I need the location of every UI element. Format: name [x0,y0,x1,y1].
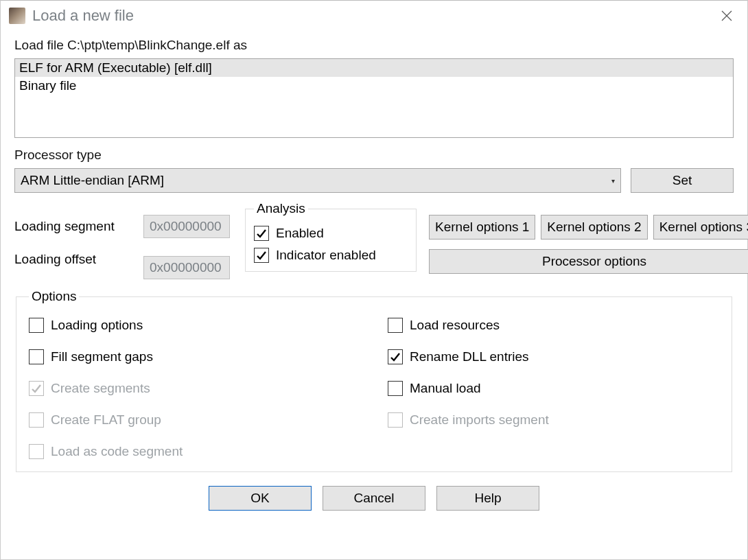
option-label: Create segments [51,381,150,396]
loading-segment-label: Loading segment [14,219,131,234]
file-type-list[interactable]: ELF for ARM (Executable) [elf.dll] Binar… [14,58,734,138]
option-row: Load as code segment [29,444,360,459]
dialog-buttons: OK Cancel Help [14,486,734,511]
content: Load file C:\ptp\temp\BlinkChange.elf as… [1,31,747,559]
processor-type-value: ARM Little-endian [ARM] [21,173,164,188]
option-row: Create segments [29,381,360,396]
loading-segment-input[interactable] [143,215,230,238]
checkbox-icon [388,318,403,333]
option-row: Create FLAT group [29,412,360,428]
option-label: Load resources [410,318,500,333]
chevron-down-icon: ▾ [611,177,615,185]
kernel-options-2-button[interactable]: Kernel options 2 [541,215,647,240]
close-button[interactable] [712,1,742,31]
checkbox-icon [29,349,44,364]
close-icon [721,10,733,22]
option-row[interactable]: Rename DLL entries [388,349,719,364]
app-icon [9,8,25,24]
checkbox-icon [29,412,44,428]
checkbox-icon [29,318,44,333]
option-label: Load as code segment [51,444,183,459]
option-label: Rename DLL entries [410,349,529,364]
checkbox-icon [388,412,403,428]
file-type-item[interactable]: Binary file [15,77,733,95]
analysis-legend: Analysis [254,201,308,216]
set-button[interactable]: Set [631,168,734,193]
ok-button[interactable]: OK [209,486,312,511]
analysis-enabled-row[interactable]: Enabled [254,226,408,241]
loading-offset-label: Loading offset [14,252,131,267]
cancel-button[interactable]: Cancel [323,486,425,511]
analysis-enabled-label: Enabled [276,226,324,241]
option-row: Create imports segment [388,412,719,428]
option-label: Manual load [410,381,481,396]
processor-options-button[interactable]: Processor options [429,249,748,274]
checkbox-icon [388,381,403,396]
option-label: Create imports segment [410,412,549,428]
option-label: Fill segment gaps [51,349,153,364]
checkbox-icon [254,248,269,263]
checkbox-icon [29,444,44,459]
processor-type-combo[interactable]: ARM Little-endian [ARM] ▾ [14,168,621,193]
kernel-options-1-button[interactable]: Kernel options 1 [429,215,535,240]
checkbox-icon [254,226,269,241]
kernel-options-3-button[interactable]: Kernel options 3 [653,215,748,240]
option-row[interactable]: Manual load [388,381,719,396]
option-label: Loading options [51,318,143,333]
window-title: Load a new file [32,7,134,25]
file-type-item[interactable]: ELF for ARM (Executable) [elf.dll] [15,59,733,77]
checkbox-icon [388,349,403,364]
options-legend: Options [29,289,79,304]
load-file-label: Load file C:\ptp\temp\BlinkChange.elf as [14,38,734,53]
option-row[interactable]: Loading options [29,318,360,333]
help-button[interactable]: Help [436,486,539,511]
load-file-dialog: Load a new file Load file C:\ptp\temp\Bl… [0,0,748,560]
checkbox-icon [29,381,44,396]
option-row[interactable]: Fill segment gaps [29,349,360,364]
analysis-group: Analysis Enabled Indicator enabled [245,201,417,272]
loading-offset-input[interactable] [143,256,230,279]
option-row[interactable]: Load resources [388,318,719,333]
titlebar: Load a new file [1,1,747,31]
analysis-indicator-label: Indicator enabled [276,248,376,263]
option-label: Create FLAT group [51,412,161,428]
options-group: Options Loading optionsLoad resourcesFil… [16,289,732,472]
analysis-indicator-row[interactable]: Indicator enabled [254,248,408,263]
processor-type-label: Processor type [14,148,734,163]
